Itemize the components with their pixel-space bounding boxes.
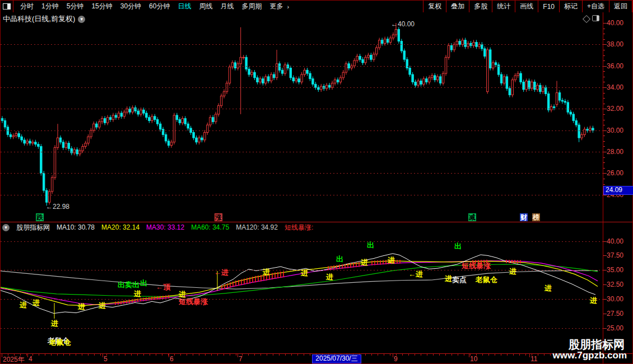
date-axis[interactable]: 2025年4567910112025/07/30/三 (1, 353, 603, 363)
month-tick (103, 354, 103, 357)
axis-tick (603, 114, 605, 115)
date-tick (57, 354, 58, 356)
app-window: 分时1分钟5分钟15分钟30分钟60分钟日线周线月线多周期更多› 复权叠加多股统… (0, 0, 633, 364)
indicator-collapse-icon[interactable]: ▾ (2, 224, 10, 231)
signal-label: 进 (326, 273, 333, 281)
diamond-icon[interactable] (584, 16, 589, 22)
menu-item-right-4[interactable]: 画线 (515, 1, 538, 12)
signal-label: 进 (590, 297, 597, 304)
indicator-price-label: 30.00 (607, 295, 623, 303)
menu-item-left-6[interactable]: 日线 (174, 2, 195, 11)
month-tick (238, 354, 238, 357)
date-tick (187, 354, 187, 356)
gridline (1, 87, 603, 88)
menu-item-left-5[interactable]: 60分钟 (145, 2, 174, 11)
gridline (1, 173, 603, 174)
menu-item-right-8[interactable]: 返回 (609, 1, 632, 12)
date-tick (427, 354, 427, 356)
date-tick (162, 354, 162, 356)
selected-date-marker: 2025/07/30/三 (312, 354, 361, 363)
date-tick (550, 354, 551, 356)
menu-item-right-7[interactable]: +自选 (582, 1, 609, 12)
date-tick (137, 354, 138, 356)
axis-tick (603, 184, 605, 185)
menu-item-left-3[interactable]: 15分钟 (87, 2, 116, 11)
strip-label-red[interactable]: 涨 (215, 213, 222, 221)
date-tick (513, 354, 514, 356)
indicator-ma-value-5: 短线暴涨: (285, 223, 313, 232)
date-tick (230, 354, 230, 356)
strip-label-brown[interactable]: 榜 (532, 213, 540, 221)
axis-tick (603, 141, 605, 142)
period-menu: 分时1分钟5分钟15分钟30分钟60分钟日线周线月线多周期更多› (13, 2, 423, 11)
indicator-price-label: 25.00 (607, 324, 623, 332)
menu-item-left-7[interactable]: 周线 (195, 2, 216, 11)
chevron-down-icon[interactable]: ▾ (78, 16, 85, 23)
date-tick (69, 354, 70, 356)
date-tick (291, 354, 292, 356)
date-tick (304, 354, 304, 356)
menu-item-right-0[interactable]: 复权 (423, 1, 446, 12)
month-tick (27, 354, 28, 357)
date-tick (82, 354, 82, 356)
menu-item-right-5[interactable]: F10 (538, 1, 559, 12)
axis-tick (603, 39, 605, 40)
axis-tick (603, 168, 605, 169)
menu-item-left-9[interactable]: 多周期 (238, 2, 266, 11)
menu-item-right-3[interactable]: 统计 (492, 1, 515, 12)
axis-tick (603, 255, 607, 256)
date-tick (193, 354, 193, 356)
signal-label: 进 (301, 269, 308, 277)
ma-line-ma120 (1, 270, 598, 289)
axis-tick (603, 146, 605, 147)
signal-label: 卖点 (452, 276, 467, 283)
menu-item-right-6[interactable]: 标记 (559, 1, 582, 12)
price-label: 38.00 (607, 40, 623, 48)
main-chart[interactable]: 中晶科技(日线,前复权) ▾ ←40.00←22.98 跌涨减财榜 (1, 12, 603, 222)
axis-tick (603, 241, 607, 242)
menu-item-left-1[interactable]: 1分钟 (38, 2, 63, 11)
date-tick (224, 354, 224, 356)
menu-item-left-10[interactable]: 更多 (266, 2, 287, 11)
menu-item-left-2[interactable]: 5分钟 (63, 2, 88, 11)
month-tick (529, 354, 530, 357)
axis-tick (603, 270, 607, 270)
date-tick (205, 354, 206, 356)
gridline (1, 66, 603, 67)
date-tick (119, 354, 119, 356)
date-tick (236, 354, 236, 356)
panel-split-icon[interactable] (592, 15, 599, 21)
strip-label-blue[interactable]: 财 (520, 213, 528, 221)
window-menu-button[interactable] (1, 1, 13, 12)
date-tick (452, 354, 452, 356)
date-tick (211, 354, 212, 356)
axis-tick (603, 179, 605, 179)
menu-item-right-1[interactable]: 叠加 (446, 1, 469, 12)
menu-item-left-4[interactable]: 30分钟 (117, 2, 145, 11)
strip-label-green[interactable]: 跌 (36, 213, 44, 221)
signal-label: 出 (454, 242, 462, 250)
menu-item-left-0[interactable]: 分时 (16, 2, 38, 11)
watermark-site-url: www.7gpzb.com (552, 350, 627, 361)
indicator-price-label: 35.00 (607, 266, 623, 274)
date-tick (32, 354, 33, 356)
date-tick (415, 354, 415, 356)
window-split-icon (3, 3, 11, 10)
signal-label: 进 (544, 284, 552, 292)
gridline (1, 328, 603, 329)
indicator-ma-value-4: MA120: 34.92 (236, 223, 278, 231)
price-label: 40.00 (607, 19, 623, 27)
strip-label-green[interactable]: 减 (468, 213, 476, 221)
more-arrow-icon[interactable]: › (287, 3, 291, 10)
date-tick (267, 354, 267, 356)
date-tick (248, 354, 249, 356)
signal-label: 进 (20, 301, 27, 309)
menu-item-right-2[interactable]: 多股 (469, 1, 492, 12)
indicator-ma-value-1: MA20: 32.14 (101, 223, 139, 231)
menu-item-left-8[interactable]: 月线 (216, 2, 238, 11)
axis-tick (603, 93, 605, 94)
date-tick (94, 354, 95, 356)
date-tick (76, 354, 76, 356)
indicator-panel[interactable]: 进进进进进出卖出出进←顶进短线暴涨←进进进进出进出进←进出短线暴涨进卖点老鼠仓进… (1, 233, 603, 353)
date-tick (180, 354, 181, 356)
